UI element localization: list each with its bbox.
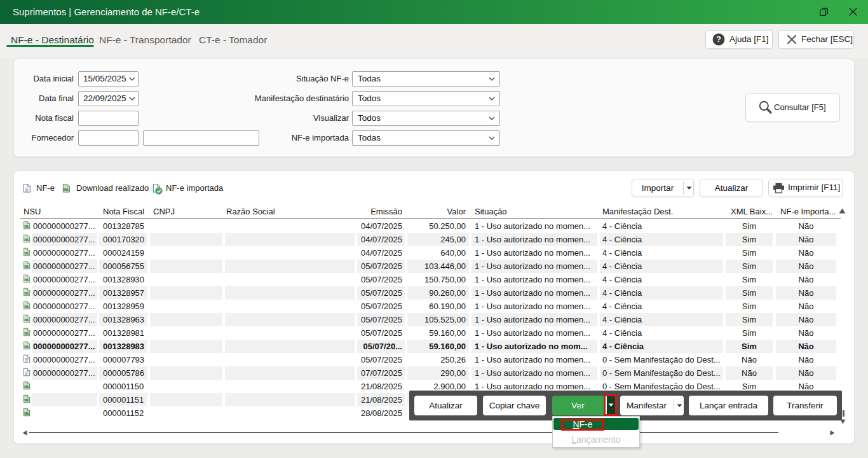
svg-text:XML: XML xyxy=(24,331,29,335)
svg-text:XML: XML xyxy=(24,277,29,281)
svg-text:XML: XML xyxy=(24,344,29,348)
svg-text:XML: XML xyxy=(24,251,29,254)
svg-text:XML: XML xyxy=(24,411,29,415)
svg-text:XML: XML xyxy=(24,304,29,308)
svg-text:?: ? xyxy=(716,34,721,44)
svg-text:XML: XML xyxy=(24,317,29,321)
svg-text:XML: XML xyxy=(24,291,29,295)
svg-text:XML: XML xyxy=(24,224,29,228)
svg-text:XML: XML xyxy=(64,188,69,191)
svg-text:XML: XML xyxy=(24,384,29,388)
svg-text:XML: XML xyxy=(24,237,29,241)
svg-text:XML: XML xyxy=(24,398,29,401)
svg-text:XML: XML xyxy=(24,264,29,268)
